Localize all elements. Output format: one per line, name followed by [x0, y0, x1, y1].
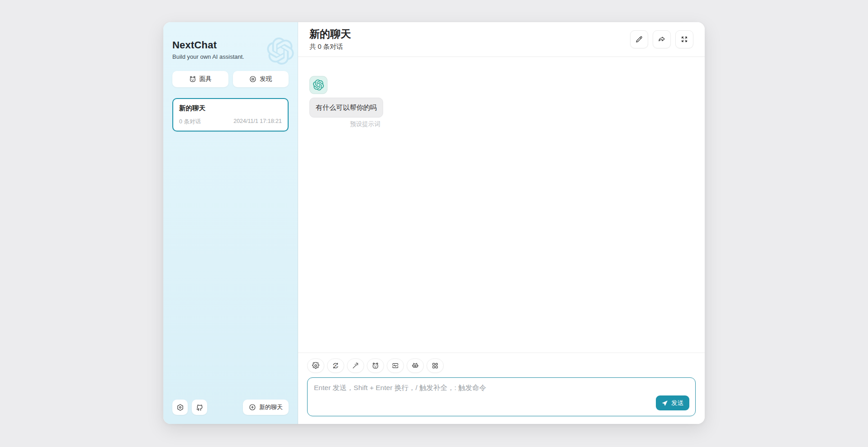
- clear-context-button[interactable]: [387, 358, 404, 373]
- chat-item-count: 0 条对话: [179, 118, 201, 126]
- gear-icon: [312, 362, 319, 369]
- settings-icon: [176, 404, 184, 411]
- mask-button-label: 面具: [199, 75, 212, 83]
- chat-header-titles: 新的聊天 共 0 条对话: [309, 28, 351, 51]
- send-button[interactable]: 发送: [656, 395, 689, 410]
- sidebar: NextChat Build your own AI assistant. 面具…: [163, 22, 298, 424]
- rename-button[interactable]: [630, 30, 648, 48]
- chat-header: 新的聊天 共 0 条对话: [298, 22, 705, 57]
- mask-icon: [189, 75, 196, 83]
- github-button[interactable]: [192, 400, 207, 415]
- chat-body: 有什么可以帮你的吗 预设提示词: [298, 57, 705, 353]
- openai-flower-icon: [267, 38, 294, 65]
- chat-title: 新的聊天: [309, 28, 351, 41]
- discover-icon: [249, 75, 256, 83]
- discover-button[interactable]: 发现: [233, 71, 289, 87]
- composer-toolbar: A: [307, 358, 696, 373]
- chat-item-meta: 0 条对话 2024/11/1 17:18:21: [179, 118, 282, 126]
- chat-list: 新的聊天 0 条对话 2024/11/1 17:18:21: [172, 98, 289, 400]
- chat-header-actions: [630, 30, 693, 48]
- share-icon: [658, 35, 666, 43]
- sidebar-actions: 面具 发现: [172, 71, 289, 87]
- theme-button[interactable]: A: [327, 358, 344, 373]
- shortcuts-button[interactable]: [427, 358, 444, 373]
- prompts-button[interactable]: [347, 358, 364, 373]
- assistant-message: 有什么可以帮你的吗 预设提示词: [309, 76, 383, 128]
- svg-text:A: A: [335, 364, 337, 367]
- new-chat-button-label: 新的聊天: [259, 403, 283, 411]
- mask-button[interactable]: 面具: [172, 71, 228, 87]
- assistant-message-bubble[interactable]: 有什么可以帮你的吗: [309, 98, 383, 118]
- preset-prompt-hint: 预设提示词: [350, 120, 384, 128]
- chat-item-title: 新的聊天: [179, 104, 282, 113]
- chat-list-item-selected[interactable]: 新的聊天 0 条对话 2024/11/1 17:18:21: [172, 98, 289, 132]
- mask-icon: [372, 362, 379, 369]
- openai-flower-icon: [313, 80, 324, 90]
- message-input-wrap: 发送: [307, 377, 696, 416]
- app-window: NextChat Build your own AI assistant. 面具…: [163, 22, 705, 424]
- chat-panel: 新的聊天 共 0 条对话: [298, 22, 705, 424]
- chat-item-timestamp: 2024/11/1 17:18:21: [233, 118, 282, 126]
- pencil-icon: [635, 35, 643, 43]
- settings-button[interactable]: [172, 400, 188, 415]
- masks-button[interactable]: [367, 358, 384, 373]
- shortcuts-grid-icon: [432, 362, 439, 369]
- fullscreen-button[interactable]: [675, 30, 693, 48]
- robot-icon: [412, 362, 419, 369]
- theme-auto-icon: A: [332, 362, 339, 369]
- chat-subtitle: 共 0 条对话: [309, 42, 351, 51]
- discover-button-label: 发现: [260, 75, 272, 83]
- chat-settings-button[interactable]: [307, 358, 324, 373]
- github-icon: [196, 404, 204, 411]
- plus-circle-icon: [249, 404, 256, 411]
- magic-wand-icon: [352, 362, 359, 369]
- export-button[interactable]: [653, 30, 671, 48]
- message-input[interactable]: [308, 378, 695, 416]
- composer-panel: A: [298, 353, 705, 424]
- send-button-label: 发送: [671, 399, 683, 407]
- sidebar-footer: 新的聊天: [172, 400, 289, 415]
- paper-plane-icon: [662, 400, 668, 406]
- new-chat-button[interactable]: 新的聊天: [243, 400, 289, 415]
- clear-context-icon: [392, 362, 399, 369]
- fullscreen-icon: [680, 35, 688, 43]
- assistant-avatar: [309, 76, 327, 94]
- model-select-button[interactable]: [407, 358, 424, 373]
